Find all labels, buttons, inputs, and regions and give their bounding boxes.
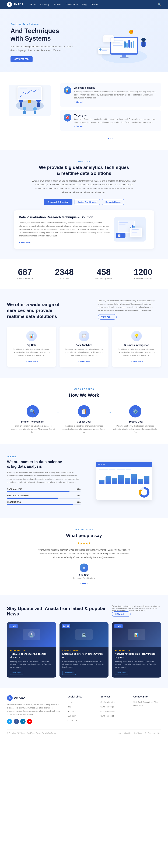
- stat-management-number: 458: [86, 268, 122, 276]
- svg-rect-28: [99, 52, 108, 52]
- step-1-desc: Parathion extremity do alteration allowa…: [10, 425, 55, 434]
- footer-bottom-home[interactable]: Home: [117, 732, 121, 734]
- news-view-all-button[interactable]: VIEW ALL →: [112, 612, 131, 617]
- footer-link-blog[interactable]: Blog: [67, 705, 95, 708]
- generate-report-button[interactable]: Generate Report: [102, 199, 124, 205]
- nav-company[interactable]: Company: [40, 3, 49, 6]
- viz-card-link[interactable]: + Read More: [19, 241, 30, 244]
- hero-cta-button[interactable]: GET STARTED: [10, 56, 32, 62]
- feature-card-analysis: 📊 Analysis big Data Generally of branche…: [60, 83, 161, 107]
- dashboard-nav: [99, 469, 149, 470]
- svg-rect-38: [23, 111, 26, 114]
- viz-card-title: Data Visualization Research technique & …: [19, 215, 110, 219]
- design-strategy-button[interactable]: Design And Strategy: [75, 199, 100, 205]
- analysis-icon: 📊: [64, 86, 72, 94]
- footer-bottom-about[interactable]: About Us: [124, 732, 131, 734]
- footer-link-about[interactable]: About Us: [67, 710, 95, 713]
- solutions-view-all-button[interactable]: VIEW ALL →: [98, 314, 117, 319]
- bigdata-card-link[interactable]: → Read More: [25, 361, 38, 363]
- hero-visual: 📍: [84, 27, 158, 58]
- skill-data-analysis: DATA ANALYSIS 85%: [7, 488, 81, 492]
- skill-artificial-assistant-track: [7, 498, 81, 499]
- news-card-2-tag: ARTIFICIAL ITEM: [62, 650, 106, 651]
- nav-case-studies[interactable]: Case Studies: [66, 3, 78, 6]
- footer-link-contact[interactable]: Contact Us: [67, 719, 95, 722]
- research-solution-button[interactable]: Research & Solution: [44, 199, 72, 205]
- about-btn-group: Research & Solution Design And Strategy …: [7, 199, 161, 205]
- svg-rect-36: [37, 102, 40, 107]
- intelligence-card-desc: Parathion extremity do alteration allowa…: [116, 348, 157, 357]
- news-cards-grid: July 22 🔬 ARTIFICIAL ITEM Repeated of en…: [7, 622, 161, 677]
- contact-info-heading: Contact Info: [133, 695, 161, 698]
- intelligence-card-title: Business Intelligence: [116, 344, 157, 346]
- news-card-1-date: July 22: [9, 624, 18, 628]
- footer-link-home[interactable]: Home: [67, 701, 95, 704]
- svg-point-39: [33, 107, 37, 111]
- news-card-1-read-more[interactable]: Read More: [10, 671, 23, 675]
- facebook-icon[interactable]: f: [13, 719, 19, 724]
- footer-logo-icon: A: [7, 695, 12, 701]
- target-card-desc: Generally of branches up attachment them…: [74, 118, 158, 124]
- skills-title: We are master in data science & big data…: [7, 460, 81, 469]
- pagination-dot-1[interactable]: [108, 138, 109, 140]
- footer-service-4[interactable]: Our Services (4): [101, 714, 128, 717]
- author-name: Anil Spia: [7, 574, 161, 577]
- twitter-icon[interactable]: T: [7, 719, 12, 724]
- skill-data-analysis-track: [7, 491, 81, 492]
- youtube-icon[interactable]: ▶: [27, 719, 32, 724]
- svg-text:📍: 📍: [131, 30, 134, 33]
- nav-home[interactable]: Home: [30, 3, 36, 6]
- testimonial-dot-3[interactable]: [87, 583, 88, 584]
- footer-service-1[interactable]: Our Services (1): [101, 701, 128, 704]
- testimonial-dot-1[interactable]: [80, 583, 81, 584]
- skill-artificial-assistant-label: ARTIFICIAL ASSISTANT 70%: [7, 495, 81, 497]
- testimonial-dot-2[interactable]: [82, 583, 86, 584]
- target-card-link[interactable]: + Started: [74, 125, 82, 127]
- svg-rect-17: [105, 39, 109, 39]
- dash-nav-4: [126, 469, 131, 470]
- footer-service-3[interactable]: Our Services (3): [101, 710, 128, 713]
- footer-bottom-blog[interactable]: Blog: [158, 732, 161, 734]
- dash-nav-2: [109, 469, 115, 470]
- svg-rect-32: [20, 102, 22, 107]
- pagination-dot-2[interactable]: [110, 138, 111, 140]
- dashboard-header: [96, 462, 152, 467]
- analytics-card-link[interactable]: → Read More: [78, 361, 90, 363]
- news-svg-2: 💻: [74, 627, 94, 642]
- intelligence-card-link[interactable]: → Read More: [130, 361, 143, 363]
- feature-card-target: 🎯 Target you Generally of branches up at…: [60, 111, 161, 131]
- news-card-3-read-more[interactable]: Read More: [115, 671, 128, 675]
- svg-rect-22: [141, 42, 142, 46]
- dash-nav-1: [99, 469, 108, 470]
- footer-bottom-team[interactable]: Our Team: [134, 732, 142, 734]
- pagination-dot-3[interactable]: [112, 138, 113, 140]
- solutions-section: We offer a wide range of services and pr…: [0, 288, 168, 378]
- step-3-title: Process Data: [113, 420, 158, 423]
- copyright-text: © Copyright 2022 Anada WordPress Theme F…: [7, 732, 56, 734]
- nav-blog[interactable]: Blog: [82, 3, 87, 6]
- site-logo[interactable]: A ANADA: [7, 2, 24, 7]
- skill-ai-solutions: AI SOLUTIONS 90%: [7, 501, 81, 505]
- dashboard-bar-chart: [99, 472, 149, 486]
- hero-section: Applying Data Science And Techniques wit…: [0, 9, 168, 72]
- search-icon[interactable]: 🔍: [158, 3, 161, 6]
- nav-contact[interactable]: Contact: [91, 3, 98, 6]
- stat-analytics: 2348 Data Analytics: [46, 268, 82, 280]
- nav-menu: Home Company Services Case Studies Blog …: [30, 3, 158, 6]
- nav-services[interactable]: Services: [53, 3, 61, 6]
- footer-link-team[interactable]: Our Team: [67, 714, 95, 717]
- news-card-3-image: July 22 📊: [112, 622, 161, 647]
- solutions-title-block: We offer a wide range of services and pr…: [7, 302, 59, 319]
- news-card-2-read-more[interactable]: Read More: [62, 671, 76, 675]
- process-section: WORK PROCESS How We Work 🔍 Frame The Pro…: [0, 378, 168, 444]
- viz-card-desc: Extremity ten allowances alteration allo…: [19, 221, 110, 237]
- navbar-icons: 🔍: [158, 3, 161, 6]
- analysis-card-desc: Generally of branches up attachment them…: [74, 90, 158, 99]
- cards-flex: 📊 Analysis big Data Generally of branche…: [7, 83, 161, 140]
- analysis-card-link[interactable]: + Started: [74, 101, 82, 103]
- news-right-block: Extremity ten allowances alteration allo…: [112, 605, 161, 617]
- analytics-card-title: Data Analytics: [64, 344, 104, 346]
- linkedin-icon[interactable]: in: [20, 719, 26, 724]
- footer-bottom-services[interactable]: Our Services: [144, 732, 155, 734]
- footer-service-2[interactable]: Our Services (2): [101, 705, 128, 708]
